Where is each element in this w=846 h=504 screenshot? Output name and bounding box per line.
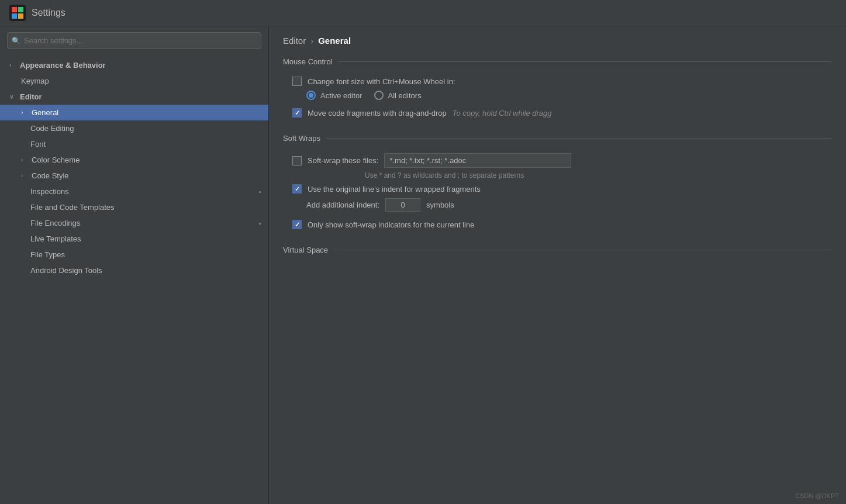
sidebar-item-label: Android Design Tools xyxy=(30,266,261,275)
breadcrumb: Editor › General xyxy=(283,36,832,46)
sidebar-item-label: Live Templates xyxy=(30,234,261,243)
sidebar-item-label: File Encodings xyxy=(30,219,255,227)
sidebar-item-file-types[interactable]: File Types xyxy=(0,247,268,263)
sidebar-item-label: Code Editing xyxy=(30,124,261,133)
breadcrumb-separator: › xyxy=(310,36,313,46)
watermark: CSDN @DKPT xyxy=(795,492,839,499)
move-code-fragments-row: Move code fragments with drag-and-drop T… xyxy=(283,106,832,120)
only-show-indicators-label: Only show soft-wrap indicators for the c… xyxy=(308,220,474,229)
sidebar-item-file-encodings[interactable]: File Encodings ▪ xyxy=(0,215,268,231)
change-font-size-checkbox[interactable] xyxy=(292,77,302,86)
radio-all-editors[interactable]: All editors xyxy=(374,91,422,100)
soft-wrap-hint-row: Use * and ? as wildcards and ; to separa… xyxy=(283,170,832,182)
use-original-indent-label: Use the original line's indent for wrapp… xyxy=(308,185,481,194)
sidebar-item-keymap[interactable]: Keymap xyxy=(0,73,268,89)
section-divider xyxy=(333,250,832,250)
section-divider xyxy=(325,138,832,139)
sidebar-item-label: Code Style xyxy=(32,171,261,180)
svg-rect-2 xyxy=(18,7,23,12)
radio-group-editor-scope: Active editor All editors xyxy=(283,88,832,102)
sidebar-item-android-design-tools[interactable]: Android Design Tools xyxy=(0,263,268,278)
add-additional-indent-label: Add additional indent: xyxy=(306,201,379,209)
sidebar-item-code-editing[interactable]: Code Editing xyxy=(0,120,268,136)
move-code-fragments-label: Move code fragments with drag-and-drop xyxy=(308,109,447,118)
soft-wraps-title: Soft Wraps xyxy=(283,134,320,143)
sidebar-item-code-style[interactable]: › Code Style xyxy=(0,168,268,184)
chevron-icon: › xyxy=(21,172,28,179)
sidebar-item-general[interactable]: › General xyxy=(0,105,268,120)
radio-active-editor-button[interactable] xyxy=(306,91,316,100)
mouse-control-title: Mouse Control xyxy=(283,57,333,66)
main-container: 🔍 › Appearance & Behavior Keymap ∨ Edito… xyxy=(0,26,846,504)
mouse-control-section: Mouse Control Change font size with Ctrl… xyxy=(283,57,832,120)
section-header-virtual-space: Virtual Space xyxy=(283,246,832,254)
sidebar-item-file-code-templates[interactable]: File and Code Templates xyxy=(0,199,268,215)
soft-wrap-files-input[interactable] xyxy=(384,153,571,168)
move-code-fragments-checkbox[interactable] xyxy=(292,108,302,118)
sidebar-item-label: File and Code Templates xyxy=(30,203,261,212)
radio-active-editor[interactable]: Active editor xyxy=(306,91,362,100)
radio-all-editors-button[interactable] xyxy=(374,91,384,100)
change-font-size-label: Change font size with Ctrl+Mouse Wheel i… xyxy=(308,77,455,86)
section-header-mouse-control: Mouse Control xyxy=(283,57,832,66)
content-area: Editor › General Mouse Control Change fo… xyxy=(269,26,846,504)
add-additional-indent-row: Add additional indent: symbols xyxy=(283,196,832,214)
chevron-icon: › xyxy=(9,62,16,68)
soft-wrap-files-row: Soft-wrap these files: xyxy=(283,151,832,170)
use-original-indent-row: Use the original line's indent for wrapp… xyxy=(283,182,832,196)
svg-rect-4 xyxy=(18,13,23,19)
sidebar: 🔍 › Appearance & Behavior Keymap ∨ Edito… xyxy=(0,26,269,504)
search-icon: 🔍 xyxy=(12,37,20,45)
sidebar-item-font[interactable]: Font xyxy=(0,136,268,152)
sidebar-item-appearance-behavior[interactable]: › Appearance & Behavior xyxy=(0,57,268,73)
sidebar-item-label: Inspections xyxy=(30,187,255,196)
move-code-fragments-hint: To copy, hold Ctrl while dragg xyxy=(453,109,552,118)
app-icon xyxy=(9,5,26,21)
additional-indent-input[interactable] xyxy=(385,198,420,212)
section-header-soft-wraps: Soft Wraps xyxy=(283,134,832,143)
sidebar-item-label: Editor xyxy=(20,92,261,101)
soft-wrap-hint-text: Use * and ? as wildcards and ; to separa… xyxy=(365,171,524,179)
radio-active-editor-label: Active editor xyxy=(320,91,362,100)
sidebar-item-color-scheme[interactable]: › Color Scheme xyxy=(0,152,268,168)
modified-icon: ▪ xyxy=(259,220,261,227)
search-box[interactable]: 🔍 xyxy=(7,32,261,49)
symbols-label: symbols xyxy=(426,201,454,209)
soft-wrap-files-label: Soft-wrap these files: xyxy=(308,156,378,165)
chevron-icon: › xyxy=(21,109,28,116)
svg-rect-3 xyxy=(12,13,17,19)
change-font-size-row: Change font size with Ctrl+Mouse Wheel i… xyxy=(283,74,832,88)
svg-rect-1 xyxy=(12,7,17,12)
section-divider xyxy=(337,61,832,62)
breadcrumb-editor: Editor xyxy=(283,36,306,46)
soft-wraps-section: Soft Wraps Soft-wrap these files: Use * … xyxy=(283,134,832,232)
sidebar-item-label: General xyxy=(32,108,261,117)
breadcrumb-general: General xyxy=(318,36,351,46)
settings-title: Settings xyxy=(32,8,65,18)
virtual-space-section: Virtual Space xyxy=(283,246,832,254)
radio-all-editors-label: All editors xyxy=(388,91,422,100)
only-show-indicators-row: Only show soft-wrap indicators for the c… xyxy=(283,218,832,232)
modified-icon: ▪ xyxy=(259,188,261,195)
sidebar-item-live-templates[interactable]: Live Templates xyxy=(0,231,268,247)
sidebar-item-inspections[interactable]: Inspections ▪ xyxy=(0,184,268,199)
nav-tree: › Appearance & Behavior Keymap ∨ Editor … xyxy=(0,55,268,504)
virtual-space-title: Virtual Space xyxy=(283,246,328,254)
use-original-indent-checkbox[interactable] xyxy=(292,184,302,194)
title-bar: Settings xyxy=(0,0,846,26)
search-input[interactable] xyxy=(7,32,261,49)
only-show-indicators-checkbox[interactable] xyxy=(292,220,302,229)
chevron-icon: ∨ xyxy=(9,94,16,100)
sidebar-item-editor[interactable]: ∨ Editor xyxy=(0,89,268,105)
soft-wrap-files-checkbox[interactable] xyxy=(292,156,302,165)
sidebar-item-label: Appearance & Behavior xyxy=(20,61,261,70)
sidebar-item-label: Font xyxy=(30,140,261,149)
sidebar-item-label: File Types xyxy=(30,250,261,259)
sidebar-item-label: Color Scheme xyxy=(32,156,261,164)
sidebar-item-label: Keymap xyxy=(21,77,261,85)
chevron-icon: › xyxy=(21,157,28,163)
